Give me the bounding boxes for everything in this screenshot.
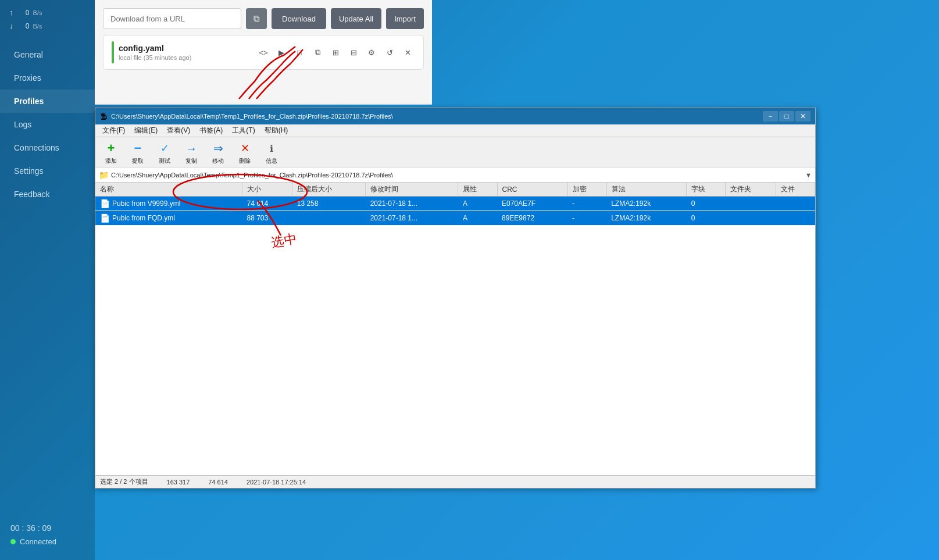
download-speed-unit: B/s (33, 23, 42, 30)
file-name-cell: 📄Pubic from FQD.yml (95, 211, 242, 225)
status-selection: 选定 2 / 2 个项目 (100, 477, 148, 486)
table-row[interactable]: 📄Pubic from FQD.yml88 7032021-07-18 1...… (95, 211, 815, 226)
zip-maximize-button[interactable]: □ (779, 111, 794, 122)
sidebar-item-proxies[interactable]: Proxies (0, 66, 95, 90)
zip-menu-help[interactable]: 帮助(H) (260, 124, 293, 137)
status-modified: 2021-07-18 17:25:14 (247, 479, 306, 486)
file-modified-cell: 2021-07-18 1... (366, 197, 458, 211)
zip-move-icon: ⇒ (210, 141, 226, 156)
connected-label: Connected (20, 537, 56, 546)
zip-info-button[interactable]: ℹ 信息 (259, 141, 284, 167)
col-name[interactable]: 名称 (95, 183, 242, 197)
zip-test-icon: ✓ (157, 141, 172, 156)
zip-add-label: 添加 (105, 157, 117, 165)
zip-address-text: C:\Users\Shuery\AppData\Local\Temp\Temp1… (111, 172, 803, 179)
sidebar-item-feedback[interactable]: Feedback (0, 183, 95, 206)
sidebar-time: 00 : 36 : 09 (10, 523, 84, 533)
update-all-button[interactable]: Update All (331, 8, 381, 29)
sidebar-item-connections[interactable]: Connections (0, 136, 95, 159)
zip-filelist: 名称 大小 压缩后大小 修改时间 属性 CRC 加密 算法 字块 文件夹 文件 … (95, 183, 815, 475)
sidebar-connected: Connected (10, 537, 84, 546)
file-encrypted-cell: - (567, 197, 606, 211)
file-blocks-cell: 0 (687, 197, 726, 211)
sidebar-nav: General Proxies Profiles Logs Connection… (0, 43, 95, 206)
profile-settings-button[interactable]: ⚙ (364, 45, 379, 60)
file-algo-cell: LZMA2:192k (606, 197, 686, 211)
zip-delete-icon: ✕ (237, 141, 252, 156)
col-algo[interactable]: 算法 (606, 183, 686, 197)
zip-title-text: C:\Users\Shuery\AppData\Local\Temp\Temp1… (111, 113, 759, 120)
col-folders[interactable]: 文件夹 (726, 183, 776, 197)
zip-copy-label: 复制 (185, 157, 197, 165)
upload-speed-value: 0 (17, 9, 30, 17)
profile-code-button[interactable]: <> (256, 45, 271, 60)
zip-close-button[interactable]: ✕ (795, 111, 811, 122)
zip-menu-bookmarks[interactable]: 书签(A) (195, 124, 227, 137)
import-button[interactable]: Import (386, 8, 424, 29)
zip-extract-button[interactable]: − 提取 (126, 141, 150, 167)
paste-button[interactable]: ⧉ (246, 8, 267, 29)
file-folders-cell (726, 211, 776, 226)
zip-add-button[interactable]: + 添加 (99, 141, 123, 167)
file-blocks-cell: 0 (687, 211, 726, 226)
col-crc[interactable]: CRC (497, 183, 567, 197)
zip-window: 🗜 C:\Users\Shuery\AppData\Local\Temp\Tem… (95, 108, 816, 488)
col-encrypted[interactable]: 加密 (567, 183, 606, 197)
col-attr[interactable]: 属性 (458, 183, 497, 197)
zip-menubar: 文件(F) 编辑(E) 查看(V) 书签(A) 工具(T) 帮助(H) (95, 124, 815, 137)
profile-refresh-button[interactable]: ↺ (382, 45, 397, 60)
url-input[interactable] (103, 8, 241, 29)
clash-toolbar: ⧉ Download Update All Import (95, 0, 432, 35)
col-size[interactable]: 大小 (242, 183, 292, 197)
file-modified-cell: 2021-07-18 1... (366, 211, 458, 226)
profile-play-button[interactable]: ▶ (274, 45, 289, 60)
profile-actions: <> ▶ □ ⧉ ⊞ ⊟ ⚙ ↺ ✕ (256, 45, 415, 60)
file-crc-cell: 89EE9872 (497, 211, 567, 226)
sidebar-item-settings[interactable]: Settings (0, 159, 95, 183)
zip-menu-tools[interactable]: 工具(T) (227, 124, 259, 137)
sidebar-bottom: 00 : 36 : 09 Connected (0, 514, 95, 560)
profile-subtitle: local file (35 minutes ago) (119, 54, 251, 61)
zip-statusbar: 选定 2 / 2 个项目 163 317 74 614 2021-07-18 1… (95, 475, 815, 488)
zip-add-icon: + (103, 141, 119, 156)
zip-delete-button[interactable]: ✕ 删除 (233, 141, 257, 167)
download-button[interactable]: Download (272, 8, 326, 29)
col-compressed[interactable]: 压缩后大小 (292, 183, 366, 197)
zip-test-button[interactable]: ✓ 测试 (152, 141, 177, 167)
file-filescount-cell (776, 197, 815, 211)
sidebar-item-logs[interactable]: Logs (0, 113, 95, 136)
zip-minimize-button[interactable]: − (763, 111, 778, 122)
download-arrow-icon: ↓ (9, 22, 13, 30)
zip-move-label: 移动 (212, 157, 224, 165)
profile-minus-button[interactable]: ⊟ (346, 45, 361, 60)
sidebar-item-profiles[interactable]: Profiles (0, 90, 95, 113)
zip-delete-label: 删除 (239, 157, 251, 165)
col-modified[interactable]: 修改时间 (366, 183, 458, 197)
zip-menu-edit[interactable]: 编辑(E) (130, 124, 162, 137)
upload-arrow-icon: ↑ (9, 8, 13, 17)
profile-close-button[interactable]: ✕ (400, 45, 415, 60)
profile-stack-button[interactable]: ⧉ (310, 45, 325, 60)
table-row[interactable]: 📄Pubic from V9999.yml74 61413 2582021-07… (95, 197, 815, 211)
zip-toolbar: + 添加 − 提取 ✓ 测试 → 复制 ⇒ 移动 ✕ 删除 ℹ 信息 (95, 137, 815, 167)
profile-copy-button[interactable]: □ (292, 45, 307, 60)
file-algo-cell: LZMA2:192k (606, 211, 686, 226)
zip-menu-file[interactable]: 文件(F) (98, 124, 130, 137)
zip-address-dropdown[interactable]: ▼ (805, 172, 812, 179)
sidebar: ↑ 0 B/s ↓ 0 B/s General Proxies Profiles… (0, 0, 95, 560)
profile-grid-button[interactable]: ⊞ (328, 45, 343, 60)
col-files[interactable]: 文件 (776, 183, 815, 197)
zip-addressbar: 📁 C:\Users\Shuery\AppData\Local\Temp\Tem… (95, 167, 815, 183)
zip-menu-view[interactable]: 查看(V) (162, 124, 195, 137)
status-compressed: 74 614 (208, 479, 228, 486)
file-folders-cell (726, 197, 776, 211)
file-size-cell: 88 703 (242, 211, 292, 226)
col-blocks[interactable]: 字块 (687, 183, 726, 197)
zip-move-button[interactable]: ⇒ 移动 (206, 141, 230, 167)
zip-extract-label: 提取 (132, 157, 144, 165)
zip-copy-button[interactable]: → 复制 (179, 141, 203, 167)
profile-card: config.yaml local file (35 minutes ago) … (103, 35, 424, 70)
clash-profiles-window: ⧉ Download Update All Import config.yaml… (95, 0, 432, 105)
sidebar-item-general[interactable]: General (0, 43, 95, 66)
zip-info-label: 信息 (266, 157, 277, 165)
